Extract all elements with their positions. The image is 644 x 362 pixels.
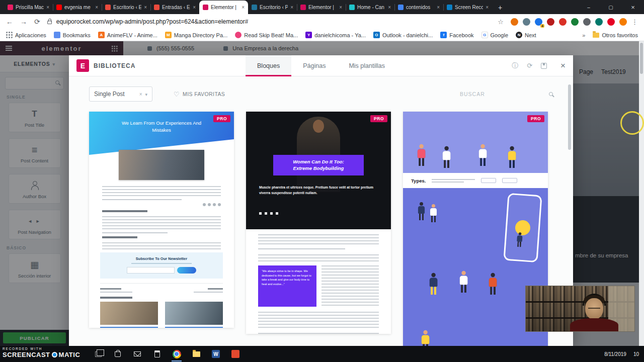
taskbar-date[interactable]: 8/11/2019 xyxy=(604,351,626,357)
extension-icon[interactable] xyxy=(523,18,530,26)
browser-tab[interactable]: Priscilla Mac xyxy=(4,1,53,14)
lock-icon[interactable] xyxy=(47,21,52,24)
notification-count[interactable]: 10 xyxy=(633,351,639,357)
tab-close-icon[interactable] xyxy=(339,5,342,10)
tab-label: Escritorio ‹ P xyxy=(260,5,288,10)
taskbar-icons xyxy=(94,349,240,358)
close-icon[interactable] xyxy=(560,61,566,71)
chrome-icon[interactable] xyxy=(172,349,181,358)
word-icon[interactable] xyxy=(211,349,220,358)
extension-icon[interactable] xyxy=(547,18,554,26)
tab-close-icon[interactable] xyxy=(46,5,49,10)
browser-tab[interactable]: evgenia me xyxy=(53,1,102,14)
task-view-icon[interactable] xyxy=(94,349,103,358)
email-field[interactable] xyxy=(127,267,175,274)
tab-close-icon[interactable] xyxy=(290,5,293,10)
tab-close-icon[interactable] xyxy=(486,5,489,10)
reload-icon[interactable] xyxy=(34,18,40,26)
browser-tab[interactable]: Escritorio ‹ E xyxy=(102,1,150,14)
bookmark-star-icon[interactable] xyxy=(498,18,504,26)
card2-intro: Muscle pharetra et ultrices neque. Preti… xyxy=(259,185,378,196)
extension-icon[interactable] xyxy=(619,18,627,26)
back-icon[interactable] xyxy=(6,18,13,26)
text-lines xyxy=(102,186,221,196)
bookmark-item[interactable]: Outlook - danielchi... xyxy=(373,32,433,38)
pro-badge: PRO xyxy=(527,115,544,122)
tab-close-icon[interactable] xyxy=(95,5,98,10)
related-image xyxy=(100,302,158,325)
tab-close-icon[interactable] xyxy=(437,5,440,10)
forward-icon[interactable] xyxy=(20,18,27,26)
browser-tab[interactable]: contenidos xyxy=(394,1,443,14)
tab-close-icon[interactable] xyxy=(388,5,391,10)
maximize-icon[interactable] xyxy=(600,0,622,14)
screencast-app-icon[interactable] xyxy=(231,349,240,358)
scrollbar-thumb[interactable] xyxy=(568,84,571,150)
store-icon[interactable] xyxy=(113,349,122,358)
file-explorer-icon[interactable] xyxy=(192,349,201,358)
tab-favicon-icon xyxy=(300,5,306,10)
extension-icon[interactable] xyxy=(607,18,615,26)
new-tab-button[interactable] xyxy=(494,1,507,14)
signup-button[interactable] xyxy=(177,267,196,274)
text-lines xyxy=(102,216,221,229)
bookmark-item[interactable]: Manga Directory Pa... xyxy=(165,32,227,38)
filter-select[interactable]: Single Post xyxy=(89,86,152,102)
extension-icon[interactable] xyxy=(511,18,518,26)
extension-icon[interactable] xyxy=(583,18,591,26)
windows-taskbar: 8/11/2019 10 xyxy=(0,346,644,362)
info-icon[interactable] xyxy=(512,61,518,70)
illustration-person xyxy=(428,273,438,295)
minimize-icon[interactable] xyxy=(578,0,600,14)
bookmark-favicon-icon xyxy=(373,32,380,38)
share-icons xyxy=(102,203,221,206)
tab-bloques[interactable]: Bloques xyxy=(246,55,291,76)
clear-filter-icon[interactable] xyxy=(139,92,142,97)
bookmarks-bar: Aplicaciones Bookmarks AnimeFLV - Anime.… xyxy=(0,29,644,41)
close-window-icon[interactable] xyxy=(622,0,644,14)
bookmark-item[interactable]: Aplicaciones xyxy=(6,32,46,38)
address-bar[interactable]: equiporocket.com/wp/wp-admin/post.php?po… xyxy=(47,15,504,28)
calculator-icon[interactable] xyxy=(152,349,162,358)
browser-menu-icon[interactable] xyxy=(631,18,638,26)
favorites-toggle[interactable]: MIS FAVORITAS xyxy=(174,90,225,98)
scrollbar-thumb[interactable] xyxy=(640,43,643,74)
browser-tab[interactable]: Screen Reco xyxy=(443,1,492,14)
library-search-input[interactable] xyxy=(460,91,545,97)
sync-icon[interactable] xyxy=(527,62,532,69)
extension-icon[interactable]: 4 xyxy=(535,18,542,26)
browser-tab[interactable]: Home - Can xyxy=(346,1,394,14)
bookmark-item[interactable]: Read Skip Beat! Ma... xyxy=(235,32,298,38)
pro-badge: PRO xyxy=(370,115,387,122)
template-card-single-post-2[interactable]: PRO Women Can Do It Too:Extreme Bodybuil… xyxy=(246,112,391,334)
bookmark-item[interactable]: danielchicoma - Ya... xyxy=(305,32,366,38)
button-placeholder xyxy=(481,178,496,183)
tab-close-icon[interactable] xyxy=(242,5,245,10)
extension-icon[interactable] xyxy=(595,18,603,26)
subheading-bar xyxy=(102,236,137,238)
tab-close-icon[interactable] xyxy=(193,5,196,10)
other-bookmarks[interactable]: Otros favoritos xyxy=(593,32,638,38)
search-icon xyxy=(549,92,553,96)
tab-close-icon[interactable] xyxy=(144,5,147,10)
tab-mis-plantillas[interactable]: Mis plantillas xyxy=(337,55,396,76)
bookmark-item[interactable]: Next xyxy=(516,32,536,38)
browser-tab[interactable]: Entradas ‹ E xyxy=(150,1,199,14)
bookmark-favicon-icon xyxy=(440,32,447,38)
save-template-icon[interactable] xyxy=(541,63,547,69)
template-card-single-post-1[interactable]: PRO We Learn From Our Experiences And Mi… xyxy=(89,112,234,328)
browser-tab[interactable]: Elementor | xyxy=(297,1,346,14)
bookmark-item[interactable]: Google xyxy=(481,32,508,38)
bookmark-item[interactable]: Bookmarks xyxy=(54,32,91,38)
bookmark-item[interactable]: Facebook xyxy=(440,32,473,38)
extension-icon[interactable] xyxy=(559,18,567,26)
mail-icon[interactable] xyxy=(133,349,142,358)
browser-tab-active[interactable]: Elementor | xyxy=(199,1,248,14)
bookmarks-overflow-icon[interactable] xyxy=(582,32,585,38)
bookmark-item[interactable]: AnimeFLV - Anime... xyxy=(98,32,157,38)
extension-icon[interactable] xyxy=(571,18,579,26)
tab-paginas[interactable]: Páginas xyxy=(291,55,337,76)
page-scrollbar[interactable] xyxy=(639,41,644,346)
browser-tab[interactable]: Escritorio ‹ P xyxy=(248,1,297,14)
bookmark-label: Google xyxy=(491,32,508,38)
